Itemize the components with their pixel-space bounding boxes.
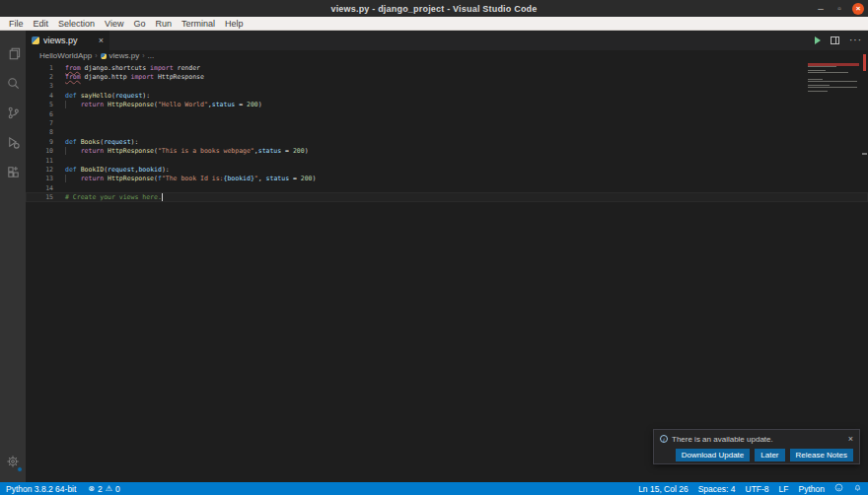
language-mode-status[interactable]: Python — [799, 484, 825, 494]
code-line[interactable]: 12def BookID(request,bookid): — [26, 165, 868, 174]
line-number[interactable]: 1 — [26, 64, 65, 72]
tab-label: views.py — [43, 35, 78, 45]
split-editor-icon[interactable] — [831, 36, 839, 44]
overview-ruler[interactable] — [860, 54, 868, 482]
line-number[interactable]: 4 — [26, 92, 65, 100]
line-number[interactable]: 5 — [26, 101, 65, 108]
line-number[interactable]: 11 — [26, 157, 65, 165]
maximize-icon[interactable]: ▫ — [833, 4, 845, 14]
update-notification: i There is an available update. × Downlo… — [653, 429, 860, 464]
code-line[interactable]: 13 return HttpResponse(f"The book Id is:… — [26, 175, 868, 183]
breadcrumb-item-symbol[interactable]: ... — [148, 51, 155, 60]
warnings-icon: ⚠ — [106, 484, 112, 493]
later-button[interactable]: Later — [755, 449, 784, 461]
code-line[interactable]: 1from django.shortcuts import render — [26, 63, 868, 72]
window-title: views.py - django_project - Visual Studi… — [0, 4, 868, 14]
code-text: from django.shortcuts import render — [65, 64, 200, 72]
release-notes-button[interactable]: Release Notes — [790, 449, 853, 461]
code-line[interactable]: 14 — [26, 183, 868, 192]
menu-bar: File Edit Selection View Go Run Terminal… — [0, 17, 868, 31]
code-line[interactable]: 4def sayHello(request): — [26, 91, 868, 100]
line-number[interactable]: 3 — [26, 82, 65, 90]
errors-icon: ⊗ — [88, 484, 95, 493]
cursor-marker — [862, 153, 867, 155]
code-lines: 1from django.shortcuts import render2fro… — [26, 63, 868, 202]
code-editor[interactable]: 1from django.shortcuts import render2fro… — [26, 61, 868, 482]
cursor-position-status[interactable]: Ln 15, Col 26 — [638, 484, 688, 494]
breadcrumb-item-file[interactable]: views.py — [109, 51, 140, 60]
code-line[interactable]: 2from django.http import HttpResponse — [26, 72, 868, 81]
python-file-icon — [101, 53, 107, 59]
search-icon[interactable] — [0, 68, 26, 98]
error-count: 2 — [98, 484, 103, 494]
code-text: return HttpResponse("This is a books web… — [65, 147, 309, 155]
notifications-bell-icon[interactable] — [853, 483, 862, 494]
indentation-status[interactable]: Spaces: 4 — [698, 484, 736, 494]
info-icon: i — [660, 435, 668, 443]
run-python-file-icon[interactable] — [815, 36, 821, 44]
notification-message: There is an available update. — [672, 435, 773, 444]
menu-item-file[interactable]: File — [4, 19, 29, 29]
code-text: def Books(request): — [65, 138, 138, 146]
line-number[interactable]: 6 — [26, 110, 65, 118]
status-bar: Python 3.8.2 64-bit ⊗ 2 ⚠ 0 Ln 15, Col 2… — [0, 482, 868, 495]
close-icon[interactable]: × — [852, 3, 864, 15]
tab-close-icon[interactable]: × — [99, 35, 104, 45]
title-bar: views.py - django_project - Visual Studi… — [0, 0, 868, 17]
more-actions-icon[interactable]: ··· — [849, 37, 862, 43]
line-number[interactable]: 7 — [26, 119, 65, 127]
menu-item-run[interactable]: Run — [150, 19, 177, 29]
line-number[interactable]: 8 — [26, 128, 65, 136]
line-number[interactable]: 15 — [26, 193, 65, 201]
settings-gear-icon[interactable] — [0, 447, 26, 476]
warning-count: 0 — [115, 484, 120, 494]
code-line[interactable]: 6 — [26, 109, 868, 118]
code-line[interactable]: 15# Create your views here. — [26, 192, 868, 201]
code-line[interactable]: 9def Books(request): — [26, 137, 868, 146]
tab-bar: views.py × ··· — [26, 31, 868, 50]
menu-item-selection[interactable]: Selection — [53, 19, 100, 29]
line-number[interactable]: 2 — [26, 73, 65, 81]
code-line[interactable]: 5 return HttpResponse("Hello World",stat… — [26, 101, 868, 109]
download-update-button[interactable]: Download Update — [676, 449, 751, 461]
line-number[interactable]: 14 — [26, 184, 65, 192]
problems-status[interactable]: ⊗ 2 ⚠ 0 — [88, 484, 119, 494]
menu-item-go[interactable]: Go — [128, 19, 150, 29]
notification-close-icon[interactable]: × — [848, 434, 853, 444]
encoding-status[interactable]: UTF-8 — [746, 484, 769, 494]
code-line[interactable]: 10 return HttpResponse("This is a books … — [26, 147, 868, 156]
run-debug-icon[interactable] — [0, 127, 26, 157]
feedback-smiley-icon[interactable] — [834, 483, 843, 494]
code-text: return HttpResponse(f"The book Id is:{bo… — [65, 175, 316, 182]
eol-status[interactable]: LF — [779, 484, 789, 494]
explorer-icon[interactable] — [0, 38, 26, 68]
breadcrumb-item-app[interactable]: HelloWorldApp — [39, 51, 92, 60]
menu-item-view[interactable]: View — [100, 19, 128, 29]
code-line[interactable]: 8 — [26, 128, 868, 137]
code-text: def sayHello(request): — [65, 92, 150, 100]
line-number[interactable]: 13 — [26, 175, 65, 182]
chevron-right-icon: › — [142, 52, 144, 59]
code-line[interactable]: 11 — [26, 156, 868, 165]
minimap[interactable] — [808, 63, 859, 92]
menu-item-terminal[interactable]: Terminal — [177, 19, 220, 29]
tab-views-py[interactable]: views.py × — [26, 31, 110, 50]
error-marker — [863, 54, 866, 71]
update-badge — [17, 466, 23, 472]
line-number[interactable]: 12 — [26, 166, 65, 174]
menu-item-help[interactable]: Help — [220, 19, 249, 29]
source-control-icon[interactable] — [0, 98, 26, 127]
extensions-icon[interactable] — [0, 157, 26, 186]
line-number[interactable]: 10 — [26, 147, 65, 155]
code-text: def BookID(request,bookid): — [65, 166, 170, 174]
editor-region: views.py × ··· HelloWorldApp › views.py … — [26, 31, 868, 482]
minimize-icon[interactable]: – — [815, 4, 827, 14]
chevron-right-icon: › — [95, 52, 97, 59]
breadcrumb: HelloWorldApp › views.py › ... — [26, 50, 868, 61]
code-line[interactable]: 3 — [26, 82, 868, 91]
menu-item-edit[interactable]: Edit — [29, 19, 54, 29]
line-number[interactable]: 9 — [26, 138, 65, 146]
python-interpreter-status[interactable]: Python 3.8.2 64-bit — [6, 484, 76, 494]
code-line[interactable]: 7 — [26, 118, 868, 127]
code-text: from django.http import HttpResponse — [65, 73, 204, 81]
